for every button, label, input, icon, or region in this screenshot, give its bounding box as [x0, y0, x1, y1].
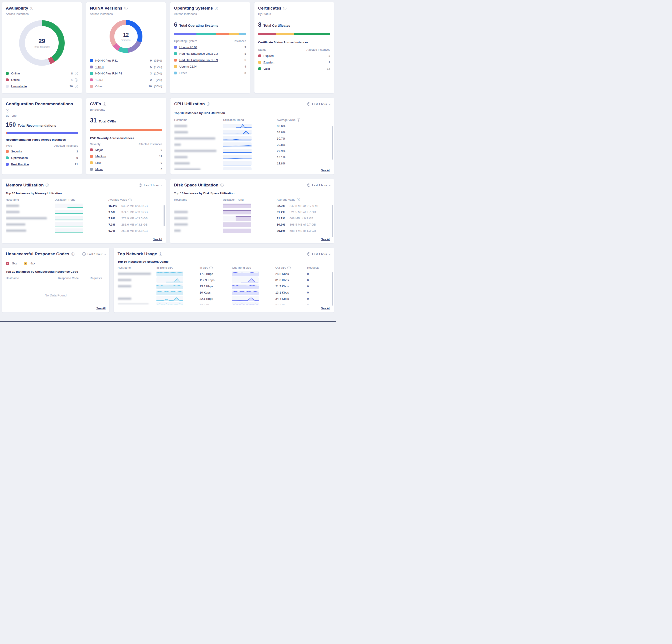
hostname-redacted[interactable] [174, 125, 187, 127]
info-icon[interactable] [297, 198, 300, 201]
time-range-label: Last 1 hour [312, 183, 327, 187]
time-range-dropdown[interactable]: Last 1 hour [307, 183, 330, 187]
minor-link[interactable]: Minor [95, 168, 103, 171]
online-link[interactable]: Online [11, 72, 20, 75]
hostname-redacted[interactable] [174, 168, 201, 170]
info-icon[interactable] [75, 72, 78, 75]
hostname-redacted[interactable] [118, 298, 131, 300]
hostname-redacted[interactable] [174, 162, 190, 165]
scrollbar-thumb[interactable] [164, 205, 165, 226]
offline-link[interactable]: Offline [11, 78, 20, 82]
window-bottom-edge [0, 321, 336, 322]
4xx-checkbox[interactable]: ✓ [24, 262, 27, 265]
version-link[interactable]: 1.25.1 [95, 78, 104, 82]
severity-col-header: Severity [90, 142, 100, 146]
hostname-redacted[interactable] [6, 229, 26, 232]
info-icon[interactable] [209, 266, 213, 269]
trend-col-header: Utilization Trend [55, 198, 108, 201]
hostname-redacted[interactable] [174, 150, 216, 152]
os-link[interactable]: Red Hat Enterprise Linux 8.9 [179, 58, 218, 62]
memory-utilization-card: Memory Utilization Last 1 hour Top 10 In… [2, 179, 166, 243]
info-icon[interactable] [71, 252, 74, 256]
info-icon[interactable] [6, 109, 9, 112]
availability-legend: Online 8 Offline 1 Unavailable 20 [6, 70, 78, 90]
expired-link[interactable]: Expired [264, 54, 274, 58]
hostname-redacted[interactable] [174, 223, 188, 226]
memory-see-all-link[interactable]: See All [151, 238, 162, 241]
reco-row: Security 3 [6, 148, 78, 155]
info-icon[interactable] [215, 7, 218, 10]
scrollbar-thumb[interactable] [332, 126, 333, 159]
optimization-link[interactable]: Optimization [11, 156, 28, 159]
best-practice-swatch [6, 163, 9, 166]
hostname-redacted[interactable] [6, 217, 47, 219]
network-see-all-link[interactable]: See All [319, 307, 330, 310]
version-link[interactable]: NGINX Plus R31 [95, 59, 118, 62]
hostname-redacted[interactable] [6, 211, 20, 213]
time-range-dropdown[interactable]: Last 1 hour [307, 102, 330, 106]
info-icon[interactable] [297, 118, 300, 121]
time-range-dropdown[interactable]: Last 1 hour [82, 252, 106, 256]
time-range-dropdown[interactable]: Last 1 hour [139, 183, 162, 187]
os-link[interactable]: Ubuntu 20.04 [179, 46, 197, 49]
hostname-redacted[interactable] [174, 131, 188, 133]
version-link[interactable]: NGINX Plus R24 P1 [95, 72, 122, 75]
hostname-redacted[interactable] [6, 223, 25, 226]
info-icon[interactable] [207, 103, 210, 106]
info-icon[interactable] [30, 7, 33, 10]
hostname-redacted[interactable] [174, 144, 181, 146]
valid-link[interactable]: Valid [264, 67, 270, 70]
scrollbar-thumb[interactable] [332, 205, 333, 237]
info-icon[interactable] [283, 7, 286, 10]
low-count: 0 [160, 161, 162, 165]
unavailable-link[interactable]: Unavailable [11, 85, 27, 88]
medium-link[interactable]: Medium [95, 155, 106, 158]
disk-avg-value: 82.3% [277, 204, 288, 207]
hostname-redacted[interactable] [174, 217, 188, 219]
hostname-redacted[interactable] [174, 229, 181, 232]
hostname-redacted[interactable] [118, 273, 151, 275]
info-icon[interactable] [129, 198, 132, 201]
info-icon[interactable] [220, 183, 224, 187]
info-icon[interactable] [287, 266, 291, 269]
card-title: Disk Space Utilization [174, 183, 218, 188]
network-row: 32.1 Kbps 34.4 Kbps 0 [118, 296, 330, 302]
info-icon[interactable] [124, 7, 128, 10]
os-label-other: Other [179, 71, 187, 75]
info-icon[interactable] [103, 103, 106, 106]
hostname-redacted[interactable] [118, 279, 131, 281]
security-link[interactable]: Security [11, 150, 22, 153]
memory-sparkline-chart [55, 216, 83, 220]
low-link[interactable]: Low [95, 161, 101, 165]
info-icon[interactable] [75, 85, 78, 88]
hostname-redacted[interactable] [118, 285, 131, 287]
config-recommendations-card: Configuration Recommendations By Type 15… [2, 97, 82, 175]
cpu-sparkline-chart [223, 142, 252, 147]
5xx-checkbox[interactable]: ✓ [6, 262, 9, 265]
scrollbar-thumb[interactable] [332, 272, 333, 306]
memory-sparkline-chart [55, 228, 83, 233]
time-range-dropdown[interactable]: Last 1 hour [307, 252, 330, 256]
disk-see-all-link[interactable]: See All [319, 238, 330, 241]
os-link[interactable]: Red Hat Enterprise Linux 9.3 [179, 52, 218, 55]
expiring-link[interactable]: Expiring [264, 61, 274, 64]
hostname-redacted[interactable] [118, 304, 149, 305]
cpu-see-all-link[interactable]: See All [319, 169, 330, 172]
hostname-redacted[interactable] [174, 137, 215, 140]
major-link[interactable]: Major [95, 148, 103, 152]
hostname-redacted[interactable] [174, 211, 188, 213]
hostname-redacted[interactable] [6, 205, 19, 207]
response-codes-see-all-link[interactable]: See All [94, 307, 106, 310]
network-row: 10 Kbps 13.1 Kbps 0 [118, 289, 330, 296]
card-subtitle: By Type [6, 114, 78, 117]
info-icon[interactable] [46, 183, 49, 187]
in-value: 16.9 Kbps [200, 303, 232, 305]
info-icon[interactable] [159, 252, 162, 256]
version-link[interactable]: 1.18.0 [95, 65, 104, 69]
cpu-sparkline-chart [223, 155, 252, 159]
in-trend-sparkline-chart [156, 271, 183, 276]
hostname-redacted[interactable] [174, 156, 188, 158]
info-icon[interactable] [75, 78, 78, 82]
os-link[interactable]: Ubuntu 22.04 [179, 65, 197, 68]
best-practice-link[interactable]: Best Practice [11, 163, 29, 166]
